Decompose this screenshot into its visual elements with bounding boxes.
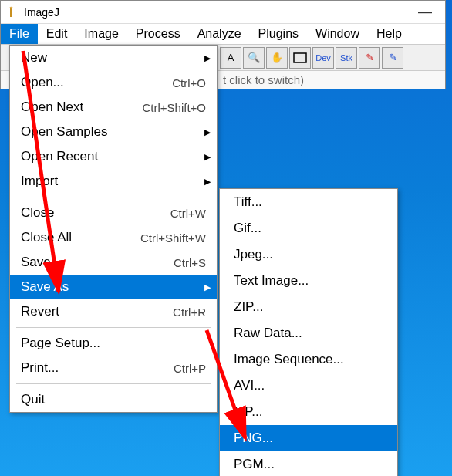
file-dropdown: New▶ Open...Ctrl+O Open NextCtrl+Shift+O…	[9, 45, 218, 413]
menu-edit[interactable]: Edit	[38, 24, 76, 44]
sub-text-image[interactable]: Text Image...	[220, 268, 397, 294]
chevron-right-icon: ▶	[204, 177, 211, 187]
menu-plugins[interactable]: Plugins	[250, 24, 307, 44]
titlebar-title: ImageJ	[24, 6, 410, 19]
menu-separator	[16, 327, 211, 328]
menu-process[interactable]: Process	[127, 24, 189, 44]
saveas-submenu: Tiff... Gif... Jpeg... Text Image... ZIP…	[219, 188, 398, 476]
menu-item-revert[interactable]: RevertCtrl+R	[10, 299, 217, 324]
menu-item-save[interactable]: SaveCtrl+S	[10, 250, 217, 275]
menu-item-open-samples[interactable]: Open Samples▶	[10, 120, 217, 144]
menu-item-open-next[interactable]: Open NextCtrl+Shift+O	[10, 95, 217, 120]
menu-item-quit[interactable]: Quit	[10, 387, 217, 412]
chevron-right-icon: ▶	[204, 282, 211, 292]
sub-image-sequence[interactable]: Image Sequence...	[220, 346, 397, 373]
menu-item-close-all[interactable]: Close AllCtrl+Shift+W	[10, 225, 217, 250]
menu-separator	[16, 197, 211, 197]
sub-gif[interactable]: Gif...	[220, 215, 397, 241]
menu-item-save-as[interactable]: Save As▶	[10, 275, 217, 299]
menu-item-open-recent[interactable]: Open Recent▶	[10, 144, 217, 169]
svg-rect-2	[294, 53, 306, 62]
menu-image[interactable]: Image	[76, 24, 126, 44]
menu-item-import[interactable]: Import▶	[10, 169, 217, 194]
menu-item-open[interactable]: Open...Ctrl+O	[10, 70, 217, 95]
sub-bmp[interactable]: MP...	[220, 399, 397, 425]
sub-png[interactable]: PNG...	[220, 425, 397, 451]
brush2-tool-icon[interactable]: ✎	[382, 47, 403, 69]
menu-file[interactable]: File	[1, 24, 38, 44]
sub-jpeg[interactable]: Jpeg...	[220, 241, 397, 268]
sub-tiff[interactable]: Tiff...	[220, 189, 397, 215]
minimize-button[interactable]: —	[410, 4, 440, 20]
menu-separator	[16, 383, 211, 384]
svg-point-1	[10, 6, 13, 8]
sub-pgm[interactable]: PGM...	[220, 451, 397, 476]
chevron-right-icon: ▶	[204, 152, 211, 162]
menu-analyze[interactable]: Analyze	[189, 24, 250, 44]
sub-raw-data[interactable]: Raw Data...	[220, 320, 397, 346]
menubar: File Edit Image Process Analyze Plugins …	[1, 24, 445, 45]
menu-item-print[interactable]: Print...Ctrl+P	[10, 356, 217, 380]
rect-tool-icon[interactable]	[289, 47, 311, 69]
titlebar: ImageJ —	[1, 1, 445, 24]
menu-window[interactable]: Window	[307, 24, 368, 44]
menu-help[interactable]: Help	[368, 24, 410, 44]
menu-item-close[interactable]: CloseCtrl+W	[10, 201, 217, 225]
chevron-right-icon: ▶	[204, 53, 211, 63]
sub-zip[interactable]: ZIP...	[220, 294, 397, 320]
dev-button[interactable]: Dev	[312, 47, 334, 69]
brush-tool-icon[interactable]: ✎	[359, 47, 380, 69]
chevron-right-icon: ▶	[204, 127, 211, 137]
menu-item-new[interactable]: New▶	[10, 46, 217, 70]
menu-item-page-setup[interactable]: Page Setup...	[10, 331, 217, 356]
text-tool-icon[interactable]: A	[220, 47, 241, 69]
stk-button[interactable]: Stk	[336, 47, 357, 69]
sub-avi[interactable]: AVI...	[220, 373, 397, 399]
app-icon	[5, 6, 18, 19]
hand-tool-icon[interactable]: ✋	[266, 47, 288, 69]
zoom-tool-icon[interactable]: 🔍	[243, 47, 265, 69]
svg-rect-0	[10, 8, 12, 17]
